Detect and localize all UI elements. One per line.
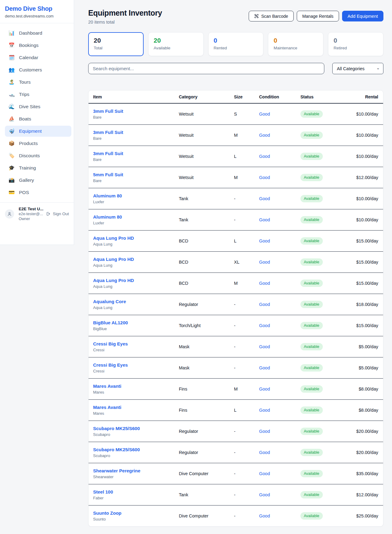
credit-card-icon: 💳 <box>9 190 15 195</box>
category-select[interactable]: All Categories ⌄ <box>332 63 383 74</box>
condition-link[interactable]: Good <box>259 387 270 391</box>
sidebar-item-calendar[interactable]: 🗓️ Calendar <box>5 52 71 63</box>
sidebar-item-pos[interactable]: 💳 POS <box>5 187 71 198</box>
status-badge: Available <box>300 195 323 202</box>
sidebar-item-tours[interactable]: 🏝️ Tours <box>5 77 71 88</box>
condition-link[interactable]: Good <box>259 175 270 180</box>
equipment-table: Item Category Size Condition Status Rent… <box>89 90 383 526</box>
sidebar-item-customers[interactable]: 👥 Customers <box>5 64 71 75</box>
item-name-link[interactable]: Scubapro MK25/S600 <box>93 426 179 431</box>
condition-link[interactable]: Good <box>259 365 270 370</box>
item-name-link[interactable]: 3mm Full Suit <box>93 130 179 135</box>
item-name-link[interactable]: Aqualung Core <box>93 299 179 304</box>
person-icon <box>7 212 12 216</box>
item-name-link[interactable]: Mares Avanti <box>93 383 179 389</box>
condition-link[interactable]: Good <box>259 513 270 518</box>
rental-price: $10.00/day <box>356 217 378 222</box>
condition-link[interactable]: Good <box>259 408 270 413</box>
condition-link[interactable]: Good <box>259 471 270 476</box>
condition-link[interactable]: Good <box>259 133 270 138</box>
stat-label: Retired <box>334 46 378 50</box>
item-name-link[interactable]: 3mm Full Suit <box>93 109 179 114</box>
sidebar-item-equipment[interactable]: 🤿 Equipment <box>5 126 71 137</box>
condition-link[interactable]: Good <box>259 112 270 116</box>
item-category: Dive Computer <box>179 471 209 476</box>
condition-link[interactable]: Good <box>259 281 270 286</box>
item-brand: Aqua Lung <box>93 305 179 310</box>
rental-price: $15.00/day <box>356 281 378 286</box>
condition-link[interactable]: Good <box>259 196 270 201</box>
item-name-link[interactable]: Cressi Big Eyes <box>93 341 179 346</box>
item-size: - <box>234 344 236 349</box>
sidebar-item-gallery[interactable]: 📸 Gallery <box>5 175 71 186</box>
item-name-link[interactable]: Aqua Lung Pro HD <box>93 235 179 241</box>
status-badge: Available <box>300 449 323 456</box>
condition-link[interactable]: Good <box>259 302 270 307</box>
scan-barcode-label: Scan Barcode <box>261 14 288 19</box>
sign-out-button[interactable]: Sign Out <box>46 212 69 216</box>
condition-link[interactable]: Good <box>259 323 270 328</box>
stat-cards: 20 Total 20 Available 0 Rented 0 Mainten… <box>88 32 383 56</box>
item-name-link[interactable]: Shearwater Peregrine <box>93 468 179 473</box>
table-body: 3mm Full Suit Bare Wetsuit S Good Availa… <box>89 103 383 526</box>
item-brand: BigBlue <box>93 326 179 331</box>
brand-name[interactable]: Demo Dive Shop <box>5 5 69 12</box>
item-name-link[interactable]: Cressi Big Eyes <box>93 362 179 368</box>
status-badge: Available <box>300 406 323 414</box>
search-input[interactable] <box>88 63 324 74</box>
column-header-category: Category <box>179 90 234 103</box>
item-category: Tank <box>179 492 188 497</box>
stat-card-available[interactable]: 20 Available <box>148 32 204 56</box>
stat-card-total[interactable]: 20 Total <box>88 32 144 56</box>
sidebar-item-dive-sites[interactable]: 🌊 Dive Sites <box>5 101 71 112</box>
item-name-link[interactable]: Suunto Zoop <box>93 510 179 516</box>
sidebar-item-discounts[interactable]: 🏷️ Discounts <box>5 150 71 161</box>
stat-label: Total <box>94 46 138 50</box>
sidebar-item-trips[interactable]: 🛥️ Trips <box>5 89 71 100</box>
item-name-link[interactable]: Aqua Lung Pro HD <box>93 257 179 262</box>
category-select-value: All Categories <box>337 66 364 71</box>
stat-card-rented[interactable]: 0 Rented <box>208 32 264 56</box>
sidebar-item-boats[interactable]: ⛵ Boats <box>5 113 71 124</box>
item-category: Fins <box>179 387 187 391</box>
item-name-link[interactable]: Aqua Lung Pro HD <box>93 278 179 283</box>
diving-mask-icon: 🤿 <box>9 129 15 134</box>
condition-link[interactable]: Good <box>259 154 270 159</box>
condition-link[interactable]: Good <box>259 260 270 265</box>
camera-flash-icon: 📸 <box>9 178 15 183</box>
sidebar-item-products[interactable]: 📦 Products <box>5 138 71 149</box>
condition-link[interactable]: Good <box>259 217 270 222</box>
user-name: E2E Test U... <box>19 207 43 211</box>
sailboat-icon: ⛵ <box>9 116 15 121</box>
condition-link[interactable]: Good <box>259 450 270 455</box>
column-header-status: Status <box>300 90 349 103</box>
scan-barcode-button[interactable]: Scan Barcode <box>249 11 294 21</box>
item-name-link[interactable]: Aluminum 80 <box>93 214 179 219</box>
status-badge: Available <box>300 470 323 477</box>
table-row: Scubapro MK25/S600 Scubapro Regulator - … <box>89 442 383 463</box>
item-category: Regulator <box>179 302 198 307</box>
stat-card-retired[interactable]: 0 Retired <box>328 32 383 56</box>
spiral-calendar-icon: 🗓️ <box>9 55 15 60</box>
chevron-down-icon: ⌄ <box>376 66 380 70</box>
filter-bar: All Categories ⌄ <box>88 63 383 74</box>
item-name-link[interactable]: Aluminum 80 <box>93 193 179 198</box>
item-name-link[interactable]: 5mm Full Suit <box>93 172 179 177</box>
manage-rentals-button[interactable]: Manage Rentals <box>297 11 339 21</box>
item-name-link[interactable]: 3mm Full Suit <box>93 151 179 156</box>
sidebar-item-training[interactable]: 🎓 Training <box>5 162 71 174</box>
item-name-link[interactable]: Steel 100 <box>93 489 179 494</box>
condition-link[interactable]: Good <box>259 344 270 349</box>
sidebar-item-bookings[interactable]: 📅 Bookings <box>5 40 71 51</box>
stat-card-maintenance[interactable]: 0 Maintenance <box>268 32 323 56</box>
condition-link[interactable]: Good <box>259 238 270 243</box>
condition-link[interactable]: Good <box>259 492 270 497</box>
sidebar-item-dashboard[interactable]: 📊 Dashboard <box>5 28 71 39</box>
add-equipment-button[interactable]: Add Equipment <box>342 11 383 21</box>
item-name-link[interactable]: Mares Avanti <box>93 405 179 410</box>
item-size: S <box>234 112 237 116</box>
item-name-link[interactable]: Scubapro MK25/S600 <box>93 447 179 452</box>
item-name-link[interactable]: BigBlue AL1200 <box>93 320 179 325</box>
condition-link[interactable]: Good <box>259 429 270 434</box>
stat-label: Available <box>154 46 198 50</box>
